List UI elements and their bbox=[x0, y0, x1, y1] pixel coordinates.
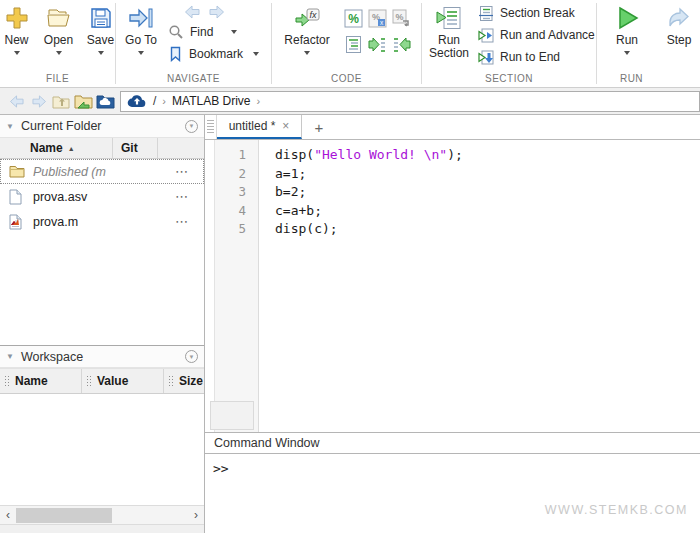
scrollbar-track[interactable] bbox=[16, 508, 188, 523]
history-back-icon[interactable] bbox=[6, 91, 28, 111]
navigate-forward-icon[interactable] bbox=[208, 5, 225, 19]
navigate-group-label: NAVIGATE bbox=[116, 73, 271, 84]
save-dropdown-caret[interactable] bbox=[98, 51, 104, 55]
code-line-4[interactable]: c=a+b; bbox=[275, 202, 700, 221]
open-dropdown-caret[interactable] bbox=[56, 51, 62, 55]
toolstrip-group-code: fx Refactor % %x % CODE bbox=[272, 0, 421, 87]
navigate-back-icon[interactable] bbox=[184, 5, 201, 19]
decrease-indent-icon[interactable] bbox=[392, 35, 411, 54]
row-menu-icon[interactable]: ⋯ bbox=[175, 189, 203, 204]
browse-folder-icon[interactable] bbox=[72, 91, 94, 111]
breadcrumb-matlab-drive[interactable]: MATLAB Drive bbox=[172, 94, 250, 108]
svg-text:%: % bbox=[348, 12, 359, 26]
collapse-triangle-icon[interactable]: ▼ bbox=[6, 122, 14, 131]
save-floppy-icon bbox=[87, 4, 115, 32]
code-text-area[interactable]: disp("Hello World! \n"); a=1; b=2; c=a+b… bbox=[259, 140, 700, 432]
workspace-empty-area bbox=[0, 394, 204, 505]
goto-icon bbox=[127, 4, 155, 32]
history-forward-icon[interactable] bbox=[28, 91, 50, 111]
open-button[interactable]: Open bbox=[40, 0, 78, 55]
left-sidebar: ▼ Current Folder ▼ Name ▲ Git Published … bbox=[0, 115, 205, 533]
current-folder-header[interactable]: ▼ Current Folder ▼ bbox=[0, 115, 204, 138]
step-icon bbox=[665, 4, 693, 32]
column-header-name[interactable]: Name ▲ bbox=[0, 138, 113, 158]
toolstrip-group-navigate: Go To Find bbox=[116, 0, 271, 87]
workspace-header[interactable]: ▼ Workspace ▼ bbox=[0, 345, 204, 368]
breakpoint-gutter[interactable] bbox=[205, 140, 215, 432]
find-dropdown-caret[interactable] bbox=[231, 30, 237, 34]
folder-icon bbox=[9, 164, 26, 180]
workspace-column-value[interactable]: Value bbox=[82, 369, 164, 393]
code-line-3[interactable]: b=2; bbox=[275, 183, 700, 202]
save-button[interactable]: Save bbox=[82, 0, 120, 55]
column-grip-icon[interactable] bbox=[168, 375, 174, 387]
editor-area: untitled * × + 1 2 3 4 5 disp("Hello Wor… bbox=[205, 115, 700, 533]
command-prompt[interactable]: >> bbox=[213, 461, 229, 476]
row-menu-icon[interactable]: ⋯ bbox=[175, 214, 203, 229]
code-editor[interactable]: 1 2 3 4 5 disp("Hello World! \n"); a=1; … bbox=[205, 140, 700, 432]
column-header-git[interactable]: Git bbox=[113, 138, 158, 158]
run-dropdown-caret[interactable] bbox=[624, 51, 630, 55]
matlab-drive-cloud-icon bbox=[127, 94, 147, 108]
run-section-button[interactable]: Run Section bbox=[422, 0, 476, 60]
breadcrumb[interactable]: / › MATLAB Drive › bbox=[120, 91, 700, 112]
breadcrumb-chevron-icon[interactable]: › bbox=[256, 95, 260, 107]
smart-indent-icon[interactable] bbox=[344, 35, 363, 54]
bookmark-button[interactable]: Bookmark bbox=[168, 43, 259, 65]
comment-icon[interactable]: % bbox=[344, 9, 363, 28]
bookmark-dropdown-caret[interactable] bbox=[253, 52, 259, 56]
sidebar-horizontal-scrollbar[interactable]: ‹ › bbox=[0, 505, 204, 524]
string-token: "Hello World! \n" bbox=[314, 147, 447, 162]
code-line-5[interactable]: disp(c); bbox=[275, 220, 700, 239]
tab-close-icon[interactable]: × bbox=[282, 119, 289, 133]
workspace-column-size[interactable]: Size bbox=[164, 369, 204, 393]
up-one-level-icon[interactable] bbox=[50, 91, 72, 111]
goto-dropdown-caret[interactable] bbox=[138, 51, 144, 55]
matlab-file-icon bbox=[9, 214, 26, 230]
row-menu-icon[interactable]: ⋯ bbox=[175, 164, 203, 179]
code-line-2[interactable]: a=1; bbox=[275, 165, 700, 184]
code-line-1[interactable]: disp("Hello World! \n"); bbox=[275, 146, 700, 165]
panel-actions-icon[interactable]: ▼ bbox=[185, 350, 198, 363]
run-button[interactable]: Run bbox=[605, 0, 649, 55]
sidebar-bottom-strip bbox=[0, 524, 204, 533]
refactor-dropdown-caret[interactable] bbox=[304, 51, 310, 55]
svg-text:%: % bbox=[395, 12, 403, 22]
file-row-prova-m[interactable]: prova.m ⋯ bbox=[0, 209, 204, 234]
step-button: Step bbox=[657, 0, 700, 47]
wrap-comments-icon[interactable]: % bbox=[392, 9, 411, 28]
find-button[interactable]: Find bbox=[168, 21, 259, 43]
scroll-left-icon[interactable]: ‹ bbox=[0, 507, 16, 524]
address-bar: / › MATLAB Drive › bbox=[0, 88, 700, 115]
file-row-prova-asv[interactable]: prova.asv ⋯ bbox=[0, 184, 204, 209]
tab-bar-grip-icon[interactable] bbox=[205, 115, 217, 139]
search-icon bbox=[168, 24, 184, 40]
workspace-column-name[interactable]: Name bbox=[0, 369, 82, 393]
new-dropdown-caret[interactable] bbox=[14, 51, 20, 55]
run-to-end-button[interactable]: Run to End bbox=[478, 46, 595, 68]
column-grip-icon[interactable] bbox=[86, 375, 92, 387]
increase-indent-icon[interactable] bbox=[368, 35, 387, 54]
run-group-label: RUN bbox=[597, 73, 666, 84]
tab-untitled[interactable]: untitled * × bbox=[217, 115, 302, 139]
editor-tab-bar: untitled * × + bbox=[205, 115, 700, 140]
breadcrumb-root[interactable]: / bbox=[153, 94, 156, 108]
scroll-right-icon[interactable]: › bbox=[188, 507, 204, 524]
editor-scrollbar-corner[interactable] bbox=[210, 401, 254, 430]
column-grip-icon[interactable] bbox=[4, 375, 10, 387]
collapse-triangle-icon[interactable]: ▼ bbox=[6, 352, 14, 361]
uncomment-icon[interactable]: %x bbox=[368, 9, 387, 28]
cloud-folder-icon[interactable] bbox=[94, 91, 116, 111]
refactor-button[interactable]: fx Refactor bbox=[276, 0, 338, 55]
goto-button[interactable]: Go To bbox=[122, 0, 160, 55]
file-row-published[interactable]: Published (m ⋯ bbox=[0, 159, 204, 184]
scrollbar-thumb[interactable] bbox=[16, 508, 112, 523]
run-and-advance-button[interactable]: Run and Advance bbox=[478, 24, 595, 46]
new-tab-button[interactable]: + bbox=[302, 115, 336, 139]
new-button[interactable]: New bbox=[0, 0, 36, 55]
command-window[interactable]: >> WWW.STEMKB.COM bbox=[205, 454, 700, 533]
panel-actions-icon[interactable]: ▼ bbox=[185, 120, 198, 133]
command-window-header[interactable]: Command Window bbox=[205, 432, 700, 454]
workspace-column-headers: Name Value Size bbox=[0, 368, 204, 394]
section-break-button[interactable]: Section Break bbox=[478, 2, 595, 24]
